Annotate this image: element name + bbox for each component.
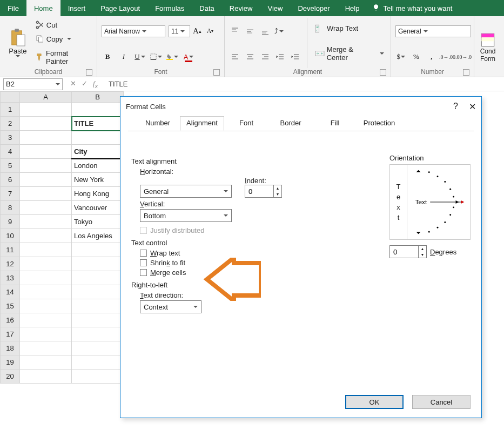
select-all-corner[interactable] (1, 92, 20, 103)
cell[interactable] (72, 131, 124, 145)
cell[interactable] (20, 173, 72, 187)
cell[interactable]: TITLE (72, 117, 124, 131)
cell[interactable] (20, 341, 72, 355)
cell[interactable] (20, 271, 72, 285)
cut-button[interactable]: Cut (33, 19, 92, 30)
ok-button[interactable]: OK (345, 395, 404, 409)
dialog-launcher-icon[interactable] (380, 69, 386, 76)
orientation-vertical-text[interactable]: Text (390, 165, 407, 239)
italic-button[interactable]: I (118, 51, 130, 63)
tab-file[interactable]: File (0, 0, 26, 16)
cell[interactable] (20, 313, 72, 327)
cell[interactable] (72, 341, 124, 355)
cell[interactable] (20, 201, 72, 215)
increase-decimal-button[interactable]: .0→.00 (441, 51, 453, 63)
tab-home[interactable]: Home (26, 0, 61, 16)
tab-formulas[interactable]: Formulas (147, 0, 192, 16)
text-direction-select[interactable]: Context (140, 300, 201, 313)
cell[interactable]: Tokyo (72, 215, 124, 229)
fill-color-button[interactable] (166, 51, 178, 63)
orientation-dial[interactable]: Text (407, 165, 470, 239)
align-right-button[interactable] (259, 51, 271, 63)
spin-up-icon[interactable]: ▲ (419, 246, 426, 252)
row-header[interactable]: 15 (1, 299, 20, 313)
cell[interactable] (20, 187, 72, 201)
shrink-to-fit-checkbox[interactable]: Shrink to fitShrink to fit (140, 259, 471, 267)
row-header[interactable]: 19 (1, 355, 20, 369)
cell[interactable]: City (72, 145, 124, 159)
tab-data[interactable]: Data (192, 0, 221, 16)
merge-cells-checkbox[interactable]: Merge cellsMerge cells (140, 268, 471, 277)
cell[interactable] (72, 103, 124, 117)
cell[interactable] (20, 131, 72, 145)
enter-formula-icon[interactable]: ✓ (82, 79, 88, 89)
dialog-tab-alignment[interactable]: Alignment (180, 116, 224, 131)
cancel-button[interactable]: Cancel (412, 395, 471, 409)
row-header[interactable]: 14 (1, 285, 20, 299)
tab-insert[interactable]: Insert (61, 0, 93, 16)
spin-up-icon[interactable]: ▲ (274, 185, 281, 191)
paste-button[interactable]: Paste (4, 18, 31, 68)
tab-help[interactable]: Help (338, 0, 367, 16)
row-header[interactable]: 3 (1, 131, 20, 145)
row-header[interactable]: 6 (1, 173, 20, 187)
cell[interactable] (20, 117, 72, 131)
row-header[interactable]: 13 (1, 271, 20, 285)
column-header[interactable]: B (72, 92, 124, 103)
align-center-button[interactable] (244, 51, 256, 63)
row-header[interactable]: 12 (1, 257, 20, 271)
tell-me-search[interactable]: Tell me what you want (367, 4, 458, 13)
dialog-launcher-icon[interactable] (463, 69, 469, 76)
help-icon[interactable]: ? (453, 102, 458, 112)
accounting-button[interactable]: $ (395, 51, 406, 63)
indent-input[interactable]: ▲▼ (245, 185, 282, 198)
cell[interactable]: Hong Kong (72, 187, 124, 201)
cell[interactable] (20, 243, 72, 257)
dialog-tab-number[interactable]: Number (136, 116, 180, 131)
cell[interactable] (20, 369, 72, 384)
cell[interactable] (20, 285, 72, 299)
underline-button[interactable]: U (134, 51, 146, 63)
cell[interactable]: Vancouver (72, 201, 124, 215)
row-header[interactable]: 9 (1, 215, 20, 229)
spin-down-icon[interactable]: ▼ (274, 191, 281, 197)
align-bottom-button[interactable] (259, 25, 271, 37)
cell[interactable] (72, 355, 124, 369)
row-header[interactable]: 18 (1, 341, 20, 355)
orientation-control[interactable]: Text Text (389, 164, 471, 240)
column-header[interactable]: A (20, 92, 72, 103)
percent-button[interactable]: % (411, 51, 421, 63)
conditional-formatting-icon[interactable] (480, 32, 495, 48)
cell[interactable] (72, 299, 124, 313)
increase-indent-button[interactable] (290, 51, 301, 63)
cell[interactable]: London (72, 159, 124, 173)
font-size-select[interactable]: 11 (169, 25, 190, 37)
row-header[interactable]: 11 (1, 243, 20, 257)
dialog-tab-border[interactable]: Border (268, 116, 313, 131)
row-header[interactable]: 10 (1, 229, 20, 243)
cell[interactable] (20, 103, 72, 117)
bold-button[interactable]: B (102, 51, 113, 63)
close-icon[interactable]: ✕ (469, 102, 476, 112)
cell[interactable] (72, 271, 124, 285)
format-painter-button[interactable]: Format Painter (33, 48, 92, 66)
degrees-input[interactable]: ▲▼ (389, 245, 427, 258)
horizontal-align-select[interactable]: General (140, 185, 232, 198)
wrap-text-button[interactable]: abcWrap Text (313, 23, 386, 34)
cell[interactable] (72, 313, 124, 327)
font-name-select[interactable]: Arial Narrow (102, 25, 165, 37)
vertical-align-select[interactable]: Bottom (140, 209, 232, 222)
row-header[interactable]: 7 (1, 187, 20, 201)
cell[interactable] (20, 159, 72, 173)
border-button[interactable] (150, 51, 162, 63)
cell[interactable]: Los Angeles (72, 229, 124, 243)
cell[interactable] (72, 257, 124, 271)
tab-page-layout[interactable]: Page Layout (93, 0, 147, 16)
copy-button[interactable]: Copy (33, 33, 92, 44)
dialog-launcher-icon[interactable] (213, 69, 220, 76)
cell[interactable] (72, 243, 124, 257)
align-top-button[interactable] (229, 25, 241, 37)
cell[interactable] (20, 257, 72, 271)
spin-down-icon[interactable]: ▼ (419, 252, 426, 258)
increase-font-button[interactable]: A▴ (191, 25, 203, 37)
